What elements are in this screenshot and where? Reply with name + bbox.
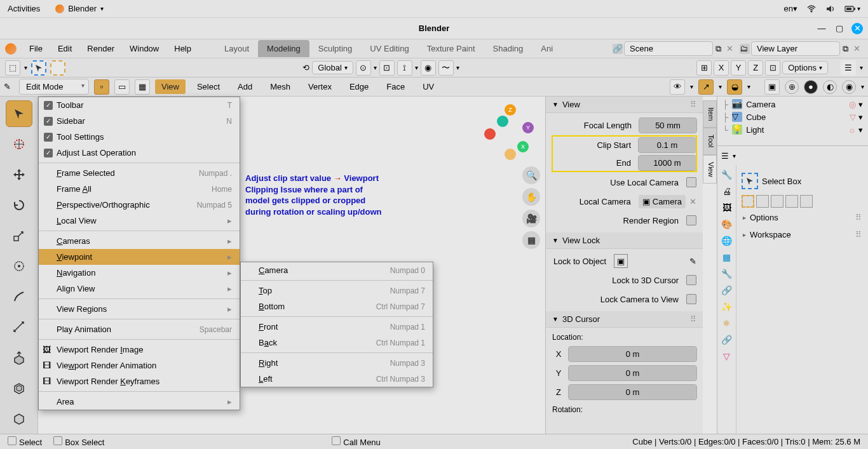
use-local-camera-checkbox[interactable] (686, 177, 696, 187)
orientation-icon[interactable]: ⟲ (302, 63, 309, 72)
xray-toggle-icon[interactable]: ▣ (764, 79, 780, 95)
pivot-icon[interactable]: ⊙ (356, 60, 371, 76)
menu-item-adjust-last[interactable]: ✓Adjust Last Operation (39, 145, 240, 161)
battery-icon[interactable]: ▾ (844, 5, 860, 13)
menu-item-frame-all[interactable]: Frame AllHome (39, 181, 240, 197)
shading-matprev-icon[interactable]: ◐ (823, 80, 837, 94)
variant-1-icon[interactable] (742, 195, 754, 208)
mode-select[interactable]: Edit Mode (19, 79, 89, 95)
prop-tab-constraints[interactable]: 🔗 (721, 334, 733, 345)
submenu-back[interactable]: BackCtrl Numpad 1 (241, 335, 433, 351)
axis-z-button[interactable]: Z (748, 60, 763, 76)
navigation-gizmo[interactable]: X Z Y (484, 103, 536, 155)
clear-camera-button[interactable]: ✕ (689, 197, 696, 206)
menu-item-view-regions[interactable]: View Regions▸ (39, 301, 240, 317)
menu-select[interactable]: Select (191, 79, 226, 94)
scene-delete-button[interactable]: ✕ (724, 44, 736, 53)
tab-uv-editing[interactable]: UV Editing (361, 40, 417, 57)
workspace-expand[interactable]: ▸Workspace⠿ (742, 226, 863, 243)
outliner-item-camera[interactable]: ├ 📷 Camera ◎▾ (720, 98, 865, 111)
tool-scale[interactable] (6, 222, 32, 249)
n-tab-tool[interactable]: Tool (703, 128, 717, 154)
props-editor-icon[interactable]: ☰ (721, 151, 729, 161)
submenu-camera[interactable]: CameraNumpad 0 (241, 262, 433, 278)
menu-window[interactable]: Window (123, 41, 165, 56)
face-select-mode-icon[interactable]: ▦ (135, 79, 150, 95)
tab-texture-paint[interactable]: Texture Paint (418, 40, 484, 57)
menu-item-tool-settings[interactable]: ✓Tool Settings (39, 129, 240, 145)
prop-tab-physics[interactable]: ⚛ (721, 318, 733, 329)
camera-view-icon[interactable]: 🎥 (522, 210, 540, 227)
menu-item-toolbar[interactable]: ✓ToolbarT (39, 97, 240, 113)
prop-tab-world[interactable]: ▦ (721, 251, 733, 263)
clip-end-field[interactable]: 1000 m (639, 156, 696, 170)
submenu-left[interactable]: LeftCtrl Numpad 3 (241, 371, 433, 387)
tab-sculpting[interactable]: Sculpting (309, 40, 361, 57)
editor-type-icon[interactable]: ⬚ (5, 60, 20, 76)
shading-solid-icon[interactable]: ● (804, 80, 818, 94)
menu-edit[interactable]: Edit (51, 41, 78, 56)
scene-copy-icon[interactable]: ⧉ (714, 43, 722, 55)
variant-5-icon[interactable] (800, 195, 813, 208)
3d-viewport[interactable]: User Perspective (1) Cube ✓ToolbarT ✓Sid… (38, 97, 545, 434)
submenu-top[interactable]: TopNumpad 7 (241, 283, 433, 298)
menu-item-cameras[interactable]: Cameras▸ (39, 233, 240, 249)
prop-tab-particles[interactable]: ✨ (721, 301, 733, 312)
eyedropper-icon[interactable]: ✎ (689, 257, 696, 266)
prop-tab-scene[interactable]: 🌐 (721, 235, 733, 246)
tool-annotate[interactable] (6, 283, 32, 310)
zoom-icon[interactable]: 🔍 (522, 166, 540, 184)
persp-toggle-icon[interactable]: ▦ (522, 231, 540, 249)
language-indicator[interactable]: en ▾ (784, 4, 797, 13)
menu-render[interactable]: Render (81, 41, 121, 56)
clip-start-field[interactable]: 0.1 m (639, 138, 696, 152)
tab-layout[interactable]: Layout (215, 40, 258, 57)
lock-camera-checkbox[interactable] (686, 294, 696, 304)
snap-icon[interactable]: ⊡ (379, 60, 395, 76)
blender-logo-icon[interactable] (5, 43, 17, 55)
axis-x-button[interactable]: X (714, 60, 729, 76)
menu-uv[interactable]: UV (416, 79, 440, 94)
prop-tab-tool[interactable]: 🔧 (721, 169, 733, 180)
outliner-item-light[interactable]: └ 💡 Light ☼▾ (720, 123, 865, 136)
outliner-item-cube[interactable]: ├ ▽ Cube ▽▾ (720, 111, 865, 123)
select-box-tool-icon[interactable] (31, 60, 46, 76)
tool-measure[interactable] (6, 314, 32, 340)
tool-bevel[interactable] (6, 405, 32, 432)
close-button[interactable]: ✕ (851, 23, 863, 34)
viewlayer-copy-icon[interactable]: ⧉ (841, 43, 850, 55)
options-dropdown[interactable]: Options▾ (782, 61, 828, 74)
tool-inset[interactable] (6, 375, 32, 401)
menu-vertex[interactable]: Vertex (302, 79, 338, 94)
variant-4-icon[interactable] (785, 195, 798, 208)
cursor-x-field[interactable]: 0 m (569, 347, 696, 361)
prop-tab-render[interactable]: 🖨 (721, 185, 733, 197)
viewlayer-name-field[interactable]: View Layer (751, 41, 840, 56)
vertex-select-mode-icon[interactable]: ▫ (94, 79, 109, 95)
tool-rotate[interactable] (6, 192, 32, 218)
visibility-icon[interactable]: 👁 (670, 79, 685, 95)
tool-move[interactable] (6, 161, 32, 188)
tab-animation[interactable]: Ani (532, 40, 562, 57)
cursor-z-field[interactable]: 0 m (569, 385, 696, 399)
proportional-icon[interactable]: ◉ (421, 60, 436, 76)
camera-lens-icon[interactable]: ◎ (849, 100, 856, 109)
tab-shading[interactable]: Shading (484, 40, 532, 57)
menu-item-persp-ortho[interactable]: Perspective/OrthographicNumpad 5 (39, 197, 240, 213)
viewlayer-browse-icon[interactable]: 🗂 (740, 44, 750, 54)
proportional-falloff-icon[interactable]: 〜 (438, 60, 454, 76)
select-mode-icon[interactable] (50, 60, 65, 76)
cursor-y-field[interactable]: 0 m (569, 366, 696, 380)
axis-all-icon[interactable]: ⊡ (765, 60, 780, 76)
tool-extrude[interactable] (6, 344, 32, 371)
panel-header-view-lock[interactable]: ▼View Lock (546, 232, 703, 249)
menu-face[interactable]: Face (380, 79, 411, 94)
submenu-right[interactable]: RightNumpad 3 (241, 355, 433, 371)
panel-header-3d-cursor[interactable]: ▼3D Cursor⠿ (546, 311, 703, 328)
axis-y-button[interactable]: Y (731, 60, 746, 76)
prop-tab-viewlayer[interactable]: 🎨 (721, 218, 733, 230)
app-menu[interactable]: Blender ▾ (55, 4, 104, 13)
n-tab-item[interactable]: Item (703, 100, 717, 128)
lock-cursor-checkbox[interactable] (686, 275, 696, 285)
menu-item-viewpoint[interactable]: Viewpoint▸ (39, 249, 240, 265)
